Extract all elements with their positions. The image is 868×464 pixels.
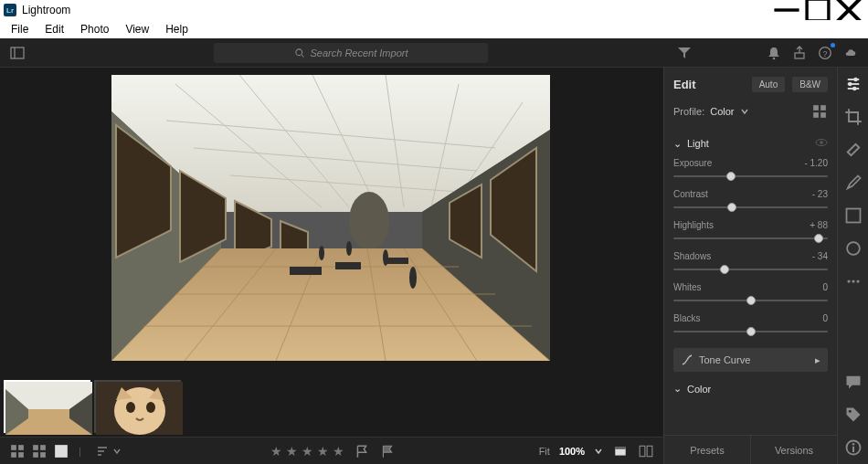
slider-blacks[interactable]: Blacks0 xyxy=(664,311,837,343)
auto-button[interactable]: Auto xyxy=(752,77,786,92)
svg-point-46 xyxy=(383,249,388,266)
svg-rect-65 xyxy=(33,452,38,458)
versions-button[interactable]: Versions xyxy=(751,436,837,464)
preview-wrap xyxy=(0,68,663,376)
bw-button[interactable]: B&W xyxy=(792,77,828,92)
menu-view[interactable]: View xyxy=(118,21,156,37)
maximize-button[interactable] xyxy=(802,0,833,20)
tone-curve-label: Tone Curve xyxy=(699,354,750,365)
comment-icon[interactable] xyxy=(844,373,863,391)
tone-curve-button[interactable]: Tone Curve ▸ xyxy=(673,348,828,372)
fit-label: Fit xyxy=(539,446,550,457)
chevron-down-icon[interactable] xyxy=(740,107,749,116)
svg-text:?: ? xyxy=(822,48,827,58)
sort-button[interactable] xyxy=(90,445,127,458)
bell-icon[interactable] xyxy=(766,45,782,61)
minimize-button[interactable] xyxy=(771,0,802,20)
slider-exposure[interactable]: Exposure- 1.20 xyxy=(664,156,837,187)
svg-point-88 xyxy=(847,242,860,255)
linear-gradient-icon[interactable] xyxy=(844,206,863,225)
grid-view-icon[interactable] xyxy=(9,443,26,459)
svg-rect-73 xyxy=(640,446,645,456)
profile-label: Profile: xyxy=(673,106,704,117)
edit-panel: Edit Auto B&W Profile: Color ⌄ Light Exp… xyxy=(663,68,837,464)
slider-label: Exposure xyxy=(673,158,712,168)
square-grid-icon[interactable] xyxy=(31,443,48,459)
svg-point-6 xyxy=(295,48,302,55)
radial-gradient-icon[interactable] xyxy=(844,239,863,258)
svg-point-80 xyxy=(820,141,823,144)
eye-icon[interactable] xyxy=(815,136,828,151)
light-section-header[interactable]: ⌄ Light xyxy=(664,131,837,156)
menu-edit[interactable]: Edit xyxy=(37,21,71,37)
single-view-icon[interactable] xyxy=(53,443,69,459)
brush-icon[interactable] xyxy=(844,174,863,192)
slider-contrast[interactable]: Contrast- 23 xyxy=(664,187,837,218)
profile-browser-icon[interactable] xyxy=(811,103,828,120)
presets-button[interactable]: Presets xyxy=(664,436,751,464)
svg-point-86 xyxy=(852,87,857,91)
svg-point-82 xyxy=(853,78,858,82)
help-icon[interactable]: ? xyxy=(817,45,833,61)
menu-help[interactable]: Help xyxy=(158,21,196,37)
info-icon[interactable] xyxy=(844,438,863,457)
menu-file[interactable]: File xyxy=(4,21,36,37)
svg-point-91 xyxy=(856,279,859,282)
panels-toggle-icon[interactable] xyxy=(9,45,26,61)
cloud-sync-icon[interactable] xyxy=(842,45,859,61)
slider-value: + 88 xyxy=(810,220,828,230)
tone-curve-icon xyxy=(681,353,693,366)
slider-label: Highlights xyxy=(673,220,714,230)
slider-value: - 1.20 xyxy=(804,158,828,168)
svg-rect-95 xyxy=(852,447,854,452)
color-section-header[interactable]: ⌄ Color xyxy=(664,377,837,400)
svg-rect-78 xyxy=(820,112,826,118)
slider-shadows[interactable]: Shadows- 34 xyxy=(664,249,837,280)
rating-stars[interactable]: ★ ★ ★ ★ ★ xyxy=(270,444,344,459)
search-placeholder: Search Recent Import xyxy=(311,47,408,58)
svg-rect-1 xyxy=(807,0,829,21)
thumbnail-2[interactable] xyxy=(94,380,181,433)
svg-point-9 xyxy=(773,57,776,59)
crop-icon[interactable] xyxy=(844,108,863,126)
svg-point-45 xyxy=(346,241,352,256)
svg-point-31 xyxy=(349,192,389,250)
menu-photo[interactable]: Photo xyxy=(73,21,116,37)
filter-icon[interactable] xyxy=(676,45,693,61)
svg-point-56 xyxy=(146,402,155,413)
chevron-down-icon[interactable] xyxy=(594,447,603,456)
compare-icon[interactable] xyxy=(638,443,654,459)
search-input[interactable]: Search Recent Import xyxy=(214,43,488,63)
svg-point-94 xyxy=(852,443,854,446)
tool-strip xyxy=(837,68,868,464)
zoom-value[interactable]: 100% xyxy=(559,446,585,457)
svg-marker-8 xyxy=(678,47,691,58)
more-icon[interactable] xyxy=(844,272,863,290)
svg-rect-74 xyxy=(647,446,652,456)
svg-rect-77 xyxy=(813,112,819,118)
info-overlay-icon[interactable] xyxy=(612,443,629,459)
window-title: Lightroom xyxy=(22,4,771,16)
close-button[interactable] xyxy=(833,0,864,20)
slider-whites[interactable]: Whites0 xyxy=(664,280,837,311)
slider-label: Whites xyxy=(673,282,702,292)
svg-point-84 xyxy=(848,82,852,87)
svg-rect-44 xyxy=(386,258,408,264)
tag-icon[interactable] xyxy=(844,406,863,424)
svg-rect-62 xyxy=(18,452,24,458)
flag-pick-icon[interactable] xyxy=(354,443,370,459)
share-icon[interactable] xyxy=(791,45,808,61)
window-titlebar: Lr Lightroom xyxy=(0,0,868,20)
image-preview[interactable] xyxy=(111,75,550,361)
slider-label: Shadows xyxy=(673,251,711,261)
flag-reject-icon[interactable] xyxy=(379,443,396,459)
edit-title: Edit xyxy=(673,78,745,91)
thumbnail-1[interactable] xyxy=(4,380,90,433)
svg-rect-60 xyxy=(18,445,24,450)
slider-highlights[interactable]: Highlights+ 88 xyxy=(664,218,837,249)
svg-point-55 xyxy=(126,402,135,413)
svg-line-7 xyxy=(302,55,303,57)
profile-value[interactable]: Color xyxy=(710,106,734,117)
edit-sliders-icon[interactable] xyxy=(844,75,863,93)
healing-icon[interactable] xyxy=(844,141,863,159)
